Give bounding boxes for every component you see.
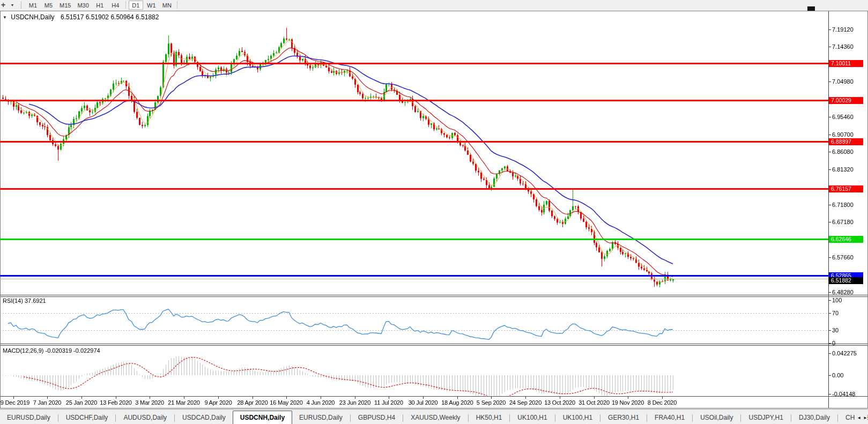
- date-tick-mark: [218, 396, 219, 399]
- rsi-pane-top-border: [1, 296, 867, 297]
- timeframe-button-M15[interactable]: M15: [57, 1, 73, 10]
- macd-tick-mark: [828, 353, 831, 354]
- level-price-box: 6.76157: [829, 185, 863, 192]
- date-tick-mark: [116, 396, 116, 399]
- current-price-box: 6.51882: [829, 277, 863, 284]
- level-price-box: 7.00029: [829, 97, 863, 104]
- date-tick-mark: [594, 396, 595, 399]
- price-tick-mark: [828, 222, 831, 222]
- level-price-box: 7.10011: [829, 60, 863, 67]
- price-tick-mark: [828, 29, 831, 30]
- level-line-7.10011[interactable]: [0, 63, 828, 64]
- tab-separator: [174, 414, 175, 422]
- tab-scroll-arrows: ◄ ►: [855, 415, 867, 421]
- collapse-chart-icon[interactable]: ▼: [3, 15, 7, 20]
- date-tick-mark: [355, 396, 355, 399]
- tab-scroll-right-icon[interactable]: ►: [863, 415, 867, 421]
- rsi-tick-mark: [828, 300, 831, 301]
- level-line-6.52865[interactable]: [0, 275, 828, 277]
- date-tick-label: 31 Oct 2020: [578, 399, 610, 406]
- cursor-dropdown-icon[interactable]: ▼: [9, 1, 16, 10]
- date-tick-label: 25 Jan 2020: [66, 399, 97, 406]
- tab-scroll-left-icon[interactable]: ◄: [857, 415, 861, 421]
- tab-HK50-H1[interactable]: HK50,H1: [469, 412, 509, 424]
- tab-separator: [837, 414, 838, 422]
- price-tick-mark: [828, 81, 831, 82]
- chart-symbol-label: USDCNH,Daily: [11, 13, 54, 21]
- date-tick-label: 23 Jun 2020: [339, 399, 370, 406]
- date-tick-mark: [628, 396, 628, 399]
- date-tick-mark: [150, 396, 150, 399]
- date-tick-mark: [321, 396, 321, 399]
- timeframe-button-M1[interactable]: M1: [26, 1, 40, 10]
- level-line-6.76157[interactable]: [0, 188, 828, 190]
- tab-USDCNH-Daily[interactable]: USDCNH,Daily: [233, 411, 292, 424]
- tab-AUDUSD-Daily[interactable]: AUDUSD,Daily: [116, 412, 174, 424]
- date-tick-label: 21 Mar 2020: [168, 399, 200, 406]
- tab-separator: [555, 414, 555, 422]
- date-tick-mark: [491, 396, 492, 399]
- timeframe-button-H4[interactable]: H4: [108, 1, 123, 10]
- price-tick-label: 6.86080: [832, 148, 854, 155]
- tab-USDCHF-Daily[interactable]: USDCHF,Daily: [59, 412, 115, 424]
- level-line-6.62646[interactable]: [0, 239, 828, 240]
- timeframe-button-M30[interactable]: M30: [75, 1, 91, 10]
- chart-tab-bar: EURUSD,DailyUSDCHF,DailyAUDUSD,DailyUSDC…: [0, 409, 868, 424]
- rsi-label: RSI(14) 37.6921: [3, 297, 46, 304]
- tab-DJ30-Daily[interactable]: DJ30,Daily: [792, 412, 837, 424]
- tab-UK100-H1[interactable]: UK100,H1: [556, 412, 599, 424]
- date-tick-mark: [457, 396, 458, 399]
- date-tick-mark: [662, 396, 663, 399]
- date-tick-label: 30 Jul 2020: [409, 399, 438, 406]
- price-tick-label: 6.57660: [832, 254, 854, 261]
- macd-tick-mark: [828, 375, 831, 376]
- timeframe-button-M5[interactable]: M5: [41, 1, 56, 10]
- level-line-6.88897[interactable]: [0, 141, 828, 143]
- tab-GER30-H1[interactable]: GER30,H1: [601, 412, 646, 424]
- price-tick-mark: [828, 152, 831, 152]
- macd-pane-top-border: [1, 345, 867, 346]
- timeframe-button-D1[interactable]: D1: [129, 1, 143, 10]
- chart-shift-marker: [807, 6, 815, 11]
- tab-USDJPY-H1[interactable]: USDJPY,H1: [741, 412, 790, 424]
- level-price-box: 6.62646: [829, 236, 863, 243]
- rsi-tick-label: 30: [832, 327, 839, 333]
- tab-separator: [791, 414, 791, 422]
- cursor-tool-icon[interactable]: +: [0, 1, 9, 10]
- date-tick-label: 24 Sep 2020: [509, 399, 541, 406]
- chart-ohlc-values: 6.51517 6.51902 6.50964 6.51882: [61, 13, 159, 21]
- price-rsi-separator[interactable]: [1, 295, 867, 295]
- price-tick-label: 7.14360: [832, 43, 854, 50]
- tab-FRA40-H1[interactable]: FRA40,H1: [648, 412, 692, 424]
- tab-XAUUSD-Weekly[interactable]: XAUUSD,Weekly: [404, 412, 467, 424]
- date-tick-mark: [81, 396, 82, 399]
- timeframe-button-MN[interactable]: MN: [160, 1, 174, 10]
- rsi-macd-separator[interactable]: [1, 344, 867, 344]
- timeframe-button-W1[interactable]: W1: [144, 1, 159, 10]
- date-tick-mark: [286, 396, 287, 399]
- tab-separator: [600, 414, 600, 422]
- date-tick-label: 11 Jul 2020: [374, 399, 403, 406]
- date-tick-mark: [525, 396, 526, 399]
- date-tick-label: 13 Feb 2020: [100, 399, 132, 406]
- date-tick-label: 3 Mar 2020: [135, 399, 164, 406]
- rsi-tick-label: 100: [832, 297, 842, 303]
- tab-separator: [692, 414, 693, 422]
- price-tick-label: 6.67180: [832, 219, 854, 225]
- date-tick-label: 16 May 2020: [270, 399, 302, 406]
- current-price-line: [0, 279, 828, 279]
- level-line-7.00029[interactable]: [0, 100, 828, 101]
- tab-EURUSD-Daily[interactable]: EURUSD,Daily: [292, 412, 350, 424]
- tab-EURUSD-Daily[interactable]: EURUSD,Daily: [0, 412, 57, 424]
- price-tick-label: 7.19120: [832, 26, 854, 33]
- tab-GBPUSD-H4[interactable]: GBPUSD,H4: [351, 412, 402, 424]
- tab-USOil-Daily[interactable]: USOil,Daily: [693, 412, 740, 424]
- macd-tick-label: 0.00: [832, 372, 843, 378]
- tab-USDCAD-Daily[interactable]: USDCAD,Daily: [175, 412, 233, 424]
- date-tick-mark: [184, 396, 184, 399]
- tab-UK100-H1[interactable]: UK100,H1: [510, 412, 554, 424]
- date-tick-mark: [423, 396, 424, 399]
- chart-title: ▼ USDCNH,Daily 6.51517 6.51902 6.50964 6…: [3, 13, 159, 21]
- timeframe-button-H1[interactable]: H1: [93, 1, 107, 10]
- date-tick-label: 9 Apr 2020: [204, 399, 232, 406]
